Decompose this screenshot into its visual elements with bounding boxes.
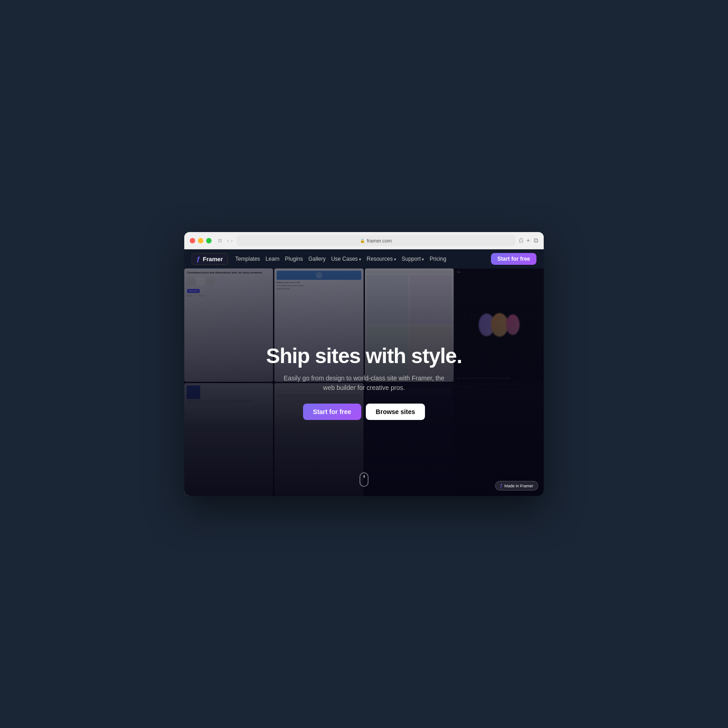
made-in-framer-badge: ƒ Made in Framer	[495, 481, 538, 490]
hero-browse-sites-button[interactable]: Browse sites	[366, 404, 425, 420]
tabs-icon[interactable]: ⧉	[534, 237, 538, 244]
framer-logo-button[interactable]: ƒ Framer	[192, 253, 228, 265]
hero-buttons: Start for free Browse sites	[303, 404, 425, 420]
hero-area: Consistent icons and illustrations sets,…	[184, 268, 544, 496]
forward-button[interactable]: ›	[231, 237, 233, 244]
toolbar-actions: ⎙ + ⧉	[519, 237, 538, 244]
browser-window: ⊡ ‹ › 🔒 framer.com ⎙ + ⧉	[184, 232, 544, 496]
nav-start-free-button[interactable]: Start for free	[491, 253, 536, 265]
traffic-lights	[190, 238, 212, 243]
scroll-dot	[364, 475, 365, 478]
nav-arrows: ‹ ›	[227, 237, 233, 244]
url-text: framer.com	[367, 238, 392, 243]
hero-title: Ship sites with style.	[266, 344, 462, 368]
hero-overlay: Ship sites with style. Easily go from de…	[184, 268, 544, 496]
hero-start-free-button[interactable]: Start for free	[303, 404, 361, 420]
nav-templates[interactable]: Templates	[235, 256, 260, 262]
hero-subtitle: Easily go from design to world-class sit…	[278, 374, 450, 393]
fullscreen-button[interactable]	[206, 238, 212, 243]
framer-badge-icon: ƒ	[500, 483, 503, 488]
made-in-framer-text: Made in Framer	[504, 484, 533, 488]
address-bar[interactable]: 🔒 framer.com	[237, 235, 516, 246]
nav-support[interactable]: Support	[402, 256, 425, 262]
framer-logo-text: Framer	[203, 256, 223, 263]
nav-plugins[interactable]: Plugins	[285, 256, 303, 262]
desktop-background: ⊡ ‹ › 🔒 framer.com ⎙ + ⧉	[0, 0, 728, 728]
minimize-button[interactable]	[198, 238, 203, 243]
nav-links: Templates Learn Plugins Gallery Use Case…	[235, 256, 446, 262]
site-nav: ƒ Framer Templates Learn Plugins Gallery…	[184, 249, 544, 268]
scroll-indicator	[359, 472, 369, 487]
lock-icon: 🔒	[360, 238, 365, 243]
nav-learn[interactable]: Learn	[266, 256, 280, 262]
share-icon[interactable]: ⎙	[519, 237, 523, 244]
back-button[interactable]: ‹	[227, 237, 229, 244]
nav-gallery[interactable]: Gallery	[308, 256, 326, 262]
nav-pricing[interactable]: Pricing	[430, 256, 446, 262]
site-content: ƒ Framer Templates Learn Plugins Gallery…	[184, 249, 544, 496]
nav-use-cases[interactable]: Use Cases	[331, 256, 361, 262]
new-tab-icon[interactable]: +	[526, 237, 530, 244]
window-icon: ⊡	[216, 237, 223, 244]
browser-chrome: ⊡ ‹ › 🔒 framer.com ⎙ + ⧉	[184, 232, 544, 249]
browser-toolbar: ⊡ ‹ › 🔒 framer.com ⎙ + ⧉	[216, 235, 538, 246]
nav-resources[interactable]: Resources	[367, 256, 396, 262]
framer-f-icon: ƒ	[197, 255, 200, 263]
close-button[interactable]	[190, 238, 195, 243]
